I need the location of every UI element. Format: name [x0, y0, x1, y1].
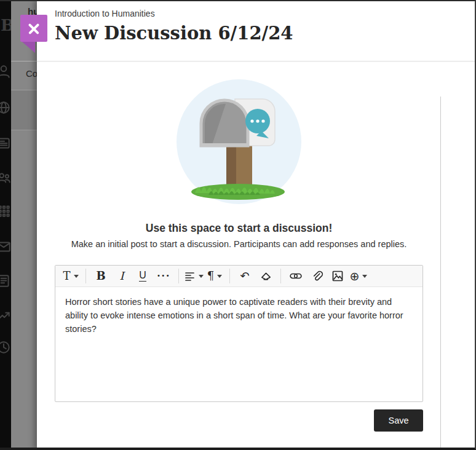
align-left-icon — [184, 270, 196, 282]
app-sidebar: B — [0, 0, 11, 450]
text-style-button[interactable]: T — [60, 267, 81, 285]
add-content-icon: ⊕ — [350, 270, 360, 282]
modal-body: Use this space to start a discussion! Ma… — [37, 79, 476, 450]
image-icon — [332, 270, 343, 282]
page-title: New Discussion 6/12/24 — [37, 18, 476, 44]
institution-page-icon[interactable] — [0, 135, 11, 151]
groups-icon[interactable] — [0, 170, 11, 186]
close-button[interactable] — [20, 15, 47, 42]
modal-header: Introduction to Humanities New Discussio… — [37, 0, 476, 61]
attach-file-button[interactable] — [306, 267, 327, 285]
more-formatting-button[interactable]: ••• — [153, 267, 174, 285]
insert-image-button[interactable] — [327, 267, 348, 285]
toolbar-divider — [178, 269, 179, 283]
italic-button[interactable]: I — [111, 267, 132, 285]
paperclip-icon — [311, 270, 323, 282]
toolbar-divider — [85, 269, 86, 283]
more-options-icon: ••• — [157, 273, 170, 279]
divider — [11, 61, 37, 61]
mailbox-illustration — [177, 79, 301, 204]
actions-row: Save — [55, 409, 423, 432]
messages-icon[interactable] — [0, 239, 11, 255]
gradebook-icon[interactable] — [0, 273, 11, 289]
new-discussion-modal: Introduction to Humanities New Discussio… — [37, 0, 476, 450]
toolbar-divider — [280, 269, 281, 283]
breadcrumb-course-name: Introduction to Humanities — [37, 0, 476, 18]
chevron-down-icon — [217, 275, 222, 278]
chevron-down-icon — [199, 275, 204, 278]
chevron-down-icon — [362, 275, 367, 278]
dimmed-page-text-content: Co — [26, 68, 37, 79]
align-button[interactable] — [183, 267, 204, 285]
underline-icon: U — [139, 270, 146, 282]
content-column: Use this space to start a discussion! Ma… — [55, 79, 423, 432]
text-style-icon: T — [63, 270, 70, 282]
save-button[interactable]: Save — [374, 409, 423, 432]
editor-toolbar: T B I U ••• — [55, 266, 422, 287]
rich-text-editor: T B I U ••• — [55, 265, 423, 402]
dimmed-page-overlay: hu Co — [11, 0, 37, 450]
chevron-down-icon — [74, 275, 79, 278]
eraser-icon — [260, 270, 272, 282]
italic-icon: I — [119, 270, 124, 282]
profile-icon[interactable] — [0, 63, 11, 79]
toolbar-divider — [229, 269, 230, 283]
add-content-button[interactable]: ⊕ — [348, 267, 369, 285]
bold-icon: B — [96, 270, 105, 282]
undo-icon: ↶ — [240, 270, 249, 282]
panel-scroll-divider — [440, 97, 441, 450]
divider — [11, 130, 37, 130]
undo-button[interactable]: ↶ — [234, 267, 255, 285]
recent-activity-clock-icon[interactable] — [0, 339, 11, 355]
paragraph-icon: ¶ — [207, 270, 214, 282]
insert-link-button[interactable] — [285, 267, 306, 285]
screen: B hu Co — [0, 0, 476, 450]
dimmed-section — [11, 90, 37, 130]
underline-button[interactable]: U — [132, 267, 153, 285]
discussion-post-input[interactable]: Horror short stories have a unique power… — [55, 287, 422, 401]
globe-icon[interactable] — [0, 100, 11, 116]
empty-state-description: Make an initial post to start a discussi… — [55, 239, 423, 249]
directory-grid-icon[interactable] — [0, 203, 11, 219]
bold-button[interactable]: B — [90, 267, 111, 285]
remove-formatting-button[interactable] — [255, 267, 276, 285]
link-icon — [290, 272, 302, 280]
close-icon — [27, 22, 41, 35]
empty-state-heading: Use this space to start a discussion! — [55, 222, 423, 235]
blackboard-logo-icon: B — [1, 16, 11, 34]
paragraph-style-button[interactable]: ¶ — [204, 267, 225, 285]
activity-icon[interactable] — [0, 307, 11, 323]
